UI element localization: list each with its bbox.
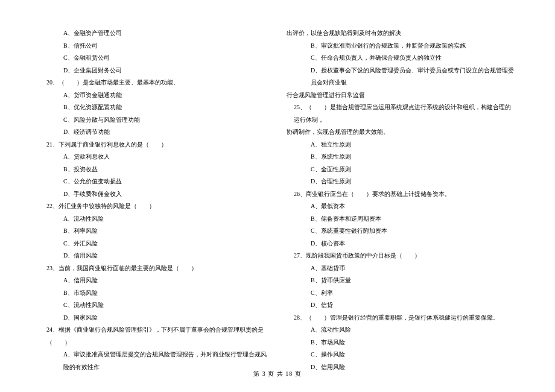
left-column: A、金融资产管理公司 B、信托公司 C、金融租赁公司 D、企业集团财务公司 20…: [39, 27, 268, 365]
option: A、独立性原则: [287, 139, 516, 151]
option: A、货币资金融通功能: [39, 89, 268, 102]
option: D、核心资本: [287, 238, 516, 250]
option: D、合理性原则: [287, 175, 516, 188]
option: C、全面性原则: [287, 163, 516, 176]
question-22: 22、外汇业务中较独特的风险是（ ）: [39, 200, 268, 213]
option: B、系统性原则: [287, 151, 516, 163]
question-20: 20、（ ）是金融市场最主要、最基本的功能。: [39, 77, 268, 89]
option: D、企业集团财务公司: [39, 65, 268, 77]
option: D、授权董事会下设的风险管理委员会、审计委员会或专门设立的合规管理委员会对商业银: [287, 65, 516, 89]
option: C、利率: [287, 287, 516, 300]
option: B、市场风险: [287, 337, 516, 349]
option: D、信贷: [287, 299, 516, 312]
question-26: 26、商业银行应当在（ ）要求的基础上计提储备资本。: [287, 188, 516, 201]
right-column: 出评价，以使合规缺陷得到及时有效的解决 B、审议批准商业银行的合规政策，并监督合…: [287, 27, 516, 365]
option: D、信用风险: [287, 361, 516, 374]
page-content: A、金融资产管理公司 B、信托公司 C、金融租赁公司 D、企业集团财务公司 20…: [39, 27, 516, 365]
continuation: 行合规风险管理进行日常监督: [287, 89, 516, 102]
option: C、流动性风险: [39, 299, 268, 312]
option: A、基础货币: [287, 262, 516, 275]
option: C、任命合规负责人，并确保合规负责人的独立性: [287, 52, 516, 65]
option: B、储备资本和逆周期资本: [287, 213, 516, 226]
option: D、国家风险: [39, 312, 268, 324]
option: C、金融租赁公司: [39, 52, 268, 65]
option: B、利率风险: [39, 225, 268, 238]
option: A、流动性风险: [39, 213, 268, 226]
question-28: 28、（ ）管理是银行经营的重要职能，是银行体系稳健运行的重要保障。: [287, 312, 516, 324]
option: B、货币供应量: [287, 274, 516, 287]
option: A、审议批准高级管理层提交的合规风险管理报告，并对商业银行管理合规风险的有效性作: [39, 349, 268, 373]
option: C、外汇风险: [39, 238, 268, 250]
option: B、投资收益: [39, 163, 268, 176]
continuation: 出评价，以使合规缺陷得到及时有效的解决: [287, 27, 516, 40]
option: A、贷款利息收入: [39, 151, 268, 163]
option: C、操作风险: [287, 349, 516, 361]
question-27: 27、现阶段我国货币政策的中介目标是（ ）: [287, 250, 516, 262]
option: D、信用风险: [39, 250, 268, 262]
continuation: 协调制作，实现合规管理的最大效能。: [287, 126, 516, 139]
question-25: 25、（ ）是指合规管理应当运用系统观点进行系统的设计和组织，构建合理的运行体制…: [287, 101, 516, 126]
option: C、风险分散与风险管理功能: [39, 114, 268, 127]
question-21: 21、下列属于商业银行利息收入的是（ ）: [39, 139, 268, 151]
option: D、经济调节功能: [39, 126, 268, 139]
option: B、信托公司: [39, 40, 268, 52]
option: C、系统重要性银行附加资本: [287, 225, 516, 238]
option: C、公允价值变动损益: [39, 175, 268, 188]
question-23: 23、当前，我国商业银行面临的最主要的风险是（ ）: [39, 262, 268, 275]
option: B、审议批准商业银行的合规政策，并监督合规政策的实施: [287, 40, 516, 52]
option: A、流动性风险: [287, 324, 516, 337]
option: B、市场风险: [39, 287, 268, 300]
option: A、金融资产管理公司: [39, 27, 268, 40]
option: B、优化资源配置功能: [39, 101, 268, 114]
option: A、信用风险: [39, 274, 268, 287]
option: A、最低资本: [287, 200, 516, 213]
question-24: 24、根据《商业银行合规风险管理指引》，下列不属于董事会的合规管理职责的是（ ）: [39, 324, 268, 349]
option: D、手续费和佣金收入: [39, 188, 268, 201]
